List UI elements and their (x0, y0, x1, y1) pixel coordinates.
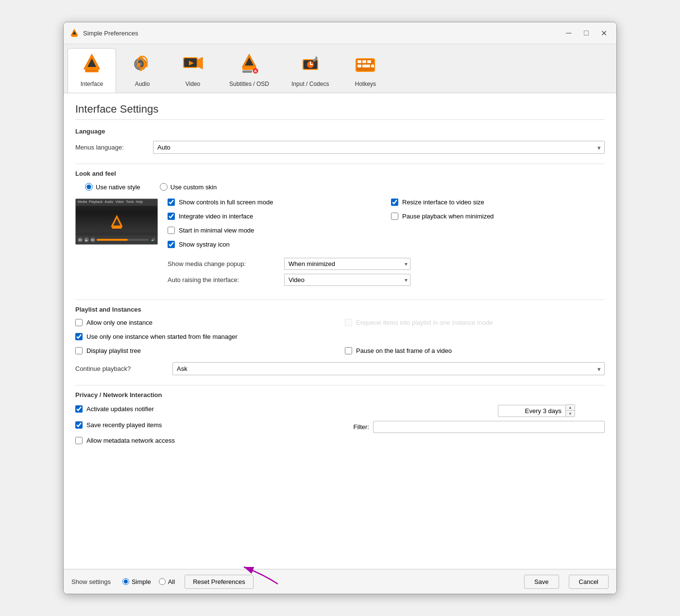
pause-last-frame-input[interactable] (345, 347, 352, 354)
divider-2 (75, 300, 605, 300)
svg-rect-38 (112, 227, 121, 229)
close-button[interactable]: ✕ (597, 26, 611, 40)
media-popup-select[interactable]: Never Always When minimized (284, 258, 410, 270)
tab-input[interactable]: Input / Codecs (281, 48, 339, 93)
resize-interface-input[interactable] (391, 199, 398, 206)
pause-minimized-checkbox[interactable]: Pause playback when minimized (391, 213, 605, 220)
resize-interface-label: Resize interface to video size (402, 199, 484, 206)
show-systray-label: Show systray icon (179, 241, 230, 248)
allow-metadata-checkbox[interactable]: Allow metadata network access (75, 437, 605, 444)
divider-1 (75, 164, 605, 164)
resize-interface-checkbox[interactable]: Resize interface to video size (391, 199, 605, 206)
one-instance-input[interactable] (75, 319, 83, 326)
playlist-section: Playlist and Instances Allow only one in… (75, 306, 605, 375)
tab-video-label: Video (186, 81, 200, 87)
menus-language-label: Menus language: (75, 144, 153, 151)
update-left: Activate updates notifier (75, 405, 498, 416)
reset-preferences-button[interactable]: Reset Preferences (185, 575, 254, 589)
tab-audio[interactable]: Audio (118, 48, 167, 93)
enqueue-items-label: Enqueue items into playlist in one insta… (356, 319, 493, 326)
simple-radio-input[interactable] (122, 578, 129, 585)
bottom-bar: Show settings Simple All Reset Preferenc… (64, 569, 616, 594)
maximize-button[interactable]: □ (579, 26, 593, 40)
allow-metadata-input[interactable] (75, 437, 83, 444)
tab-video[interactable]: Video (169, 48, 217, 93)
display-playlist-input[interactable] (75, 347, 83, 354)
simple-radio-label: Simple (132, 578, 151, 585)
start-minimal-checkbox[interactable]: Start in minimal view mode (168, 227, 381, 234)
save-recently-left: Save recently played items (75, 421, 340, 433)
integrate-video-checkbox[interactable]: Integrate video in interface (168, 213, 381, 220)
menus-language-select[interactable]: Auto English French German Spanish (153, 141, 605, 154)
audio-icon (131, 52, 154, 79)
save-button[interactable]: Save (524, 575, 559, 589)
custom-skin-input[interactable] (160, 183, 168, 191)
filter-label: Filter: (340, 423, 369, 431)
show-systray-checkbox[interactable]: Show systray icon (168, 241, 381, 248)
one-instance-checkbox[interactable]: Allow only one instance (75, 319, 335, 326)
all-radio-input[interactable] (159, 578, 166, 585)
save-recently-input[interactable] (75, 421, 83, 429)
integrate-video-input[interactable] (168, 213, 175, 220)
svg-rect-32 (367, 60, 371, 63)
save-recently-checkbox[interactable]: Save recently played items (75, 421, 340, 429)
hotkeys-icon (354, 52, 377, 79)
simple-radio[interactable]: Simple (122, 578, 151, 585)
all-radio[interactable]: All (159, 578, 175, 585)
main-content: Interface Settings Language Menus langua… (64, 93, 616, 569)
preview-menubar: Media Playback Audio Video Tools Help (76, 199, 157, 206)
show-controls-checkbox[interactable]: Show controls in full screen mode (168, 199, 381, 206)
start-minimal-input[interactable] (168, 227, 175, 234)
activate-updates-label: Activate updates notifier (86, 405, 154, 413)
svg-rect-30 (357, 60, 361, 63)
svg-rect-31 (362, 60, 366, 63)
tab-audio-label: Audio (135, 81, 150, 87)
menus-language-select-wrapper: Auto English French German Spanish (153, 141, 605, 154)
minimize-button[interactable]: ─ (562, 26, 576, 40)
activate-updates-checkbox[interactable]: Activate updates notifier (75, 405, 498, 413)
media-popup-label: Show media change popup: (168, 260, 284, 267)
title-bar: Simple Preferences ─ □ ✕ (64, 22, 616, 44)
native-style-input[interactable] (85, 183, 93, 191)
one-instance-fm-input[interactable] (75, 333, 83, 340)
spinbox-down-btn[interactable]: ▼ (566, 411, 575, 416)
show-systray-input[interactable] (168, 241, 175, 248)
spinbox-up-btn[interactable]: ▲ (566, 405, 575, 411)
filter-row: Filter: (340, 421, 605, 433)
activate-updates-input[interactable] (75, 405, 83, 413)
custom-skin-radio[interactable]: Use custom skin (160, 183, 217, 191)
tab-interface[interactable]: Interface (68, 48, 116, 93)
all-radio-label: All (168, 578, 175, 585)
display-playlist-checkbox[interactable]: Display playlist tree (75, 347, 335, 354)
look-feel-content: Media Playback Audio Video Tools Help (75, 199, 605, 290)
auto-raising-select[interactable]: Never Video Always (284, 274, 410, 286)
integrate-video-label: Integrate video in interface (179, 213, 253, 220)
tab-hotkeys[interactable]: Hotkeys (341, 48, 390, 93)
preview-ctrl-1: ⏮ (78, 237, 83, 242)
custom-skin-label: Use custom skin (170, 183, 217, 191)
pause-minimized-label: Pause playback when minimized (402, 213, 494, 220)
tab-subtitles[interactable]: A Subtitles / OSD (219, 48, 279, 93)
preview-vlc-icon (108, 213, 125, 230)
update-right: ▲ ▼ (498, 404, 605, 417)
preview-inner: Media Playback Audio Video Tools Help (76, 199, 157, 244)
enqueue-items-input[interactable] (345, 319, 352, 326)
svg-rect-33 (357, 65, 361, 67)
pause-last-frame-checkbox[interactable]: Pause on the last frame of a video (345, 347, 605, 354)
auto-raising-select-wrapper: Never Video Always (284, 274, 410, 286)
enqueue-items-checkbox[interactable]: Enqueue items into playlist in one insta… (345, 319, 605, 326)
preview-menu-video: Video (115, 200, 124, 205)
spinbox-btns: ▲ ▼ (566, 404, 575, 417)
one-instance-fm-checkbox[interactable]: Use only one instance when started from … (75, 333, 335, 340)
native-style-label: Use native style (96, 183, 140, 191)
cancel-button[interactable]: Cancel (569, 575, 609, 589)
style-radio-group: Use native style Use custom skin (75, 183, 605, 191)
filter-input[interactable] (373, 421, 605, 433)
continue-playback-select[interactable]: Ask Never Always (172, 362, 605, 375)
pause-minimized-input[interactable] (391, 213, 398, 220)
look-feel-checkboxes: Show controls in full screen mode Resize… (168, 199, 605, 290)
show-controls-input[interactable] (168, 199, 175, 206)
update-frequency-input[interactable] (498, 405, 566, 417)
native-style-radio[interactable]: Use native style (85, 183, 140, 191)
show-settings-radio-group: Simple All (122, 578, 175, 585)
